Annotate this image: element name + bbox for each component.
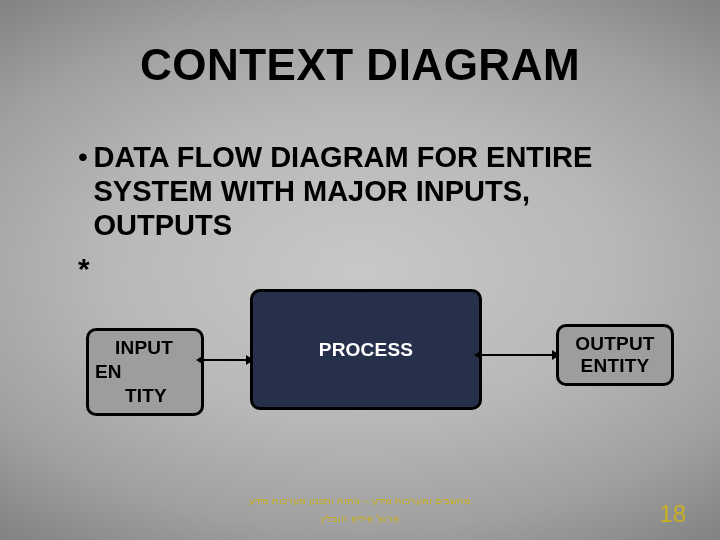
bullet-text: DATA FLOW DIAGRAM FOR ENTIRE SYSTEM WITH… <box>94 140 658 242</box>
output-line1: OUTPUT <box>575 333 654 355</box>
connector-input-process <box>204 359 246 361</box>
bullet-dot-icon: • <box>78 140 94 242</box>
process-box: PROCESS <box>250 289 482 410</box>
slide: CONTEXT DIAGRAM • DATA FLOW DIAGRAM FOR … <box>0 0 720 540</box>
input-line2: EN <box>95 361 122 383</box>
footer-line1: מחשבים ומערכות מידע -- ניתוח ותכנון מערכ… <box>0 495 720 506</box>
bullet-block: • DATA FLOW DIAGRAM FOR ENTIRE SYSTEM WI… <box>78 140 658 242</box>
input-line1: INPUT <box>115 337 173 359</box>
connector-process-output <box>482 354 552 356</box>
process-label: PROCESS <box>319 339 413 361</box>
page-number: 18 <box>659 500 686 528</box>
footnote-asterisk: * <box>78 252 90 286</box>
slide-title: CONTEXT DIAGRAM <box>0 40 720 90</box>
output-line2: ENTITY <box>581 355 650 377</box>
output-entity-box: OUTPUT ENTITY <box>556 324 674 386</box>
bullet-item: • DATA FLOW DIAGRAM FOR ENTIRE SYSTEM WI… <box>78 140 658 242</box>
input-entity-box: INPUT EN TITY <box>86 328 204 416</box>
context-diagram: INPUT EN TITY PROCESS OUTPUT ENTITY <box>0 284 720 449</box>
input-line3: TITY <box>125 385 167 407</box>
footer-line2: פרופ' פיליפ הובלין <box>0 513 720 524</box>
